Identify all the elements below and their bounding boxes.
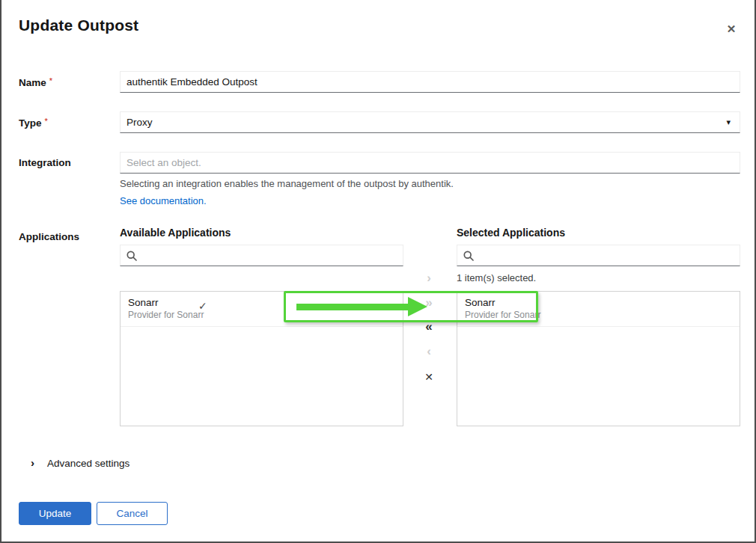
search-icon: [463, 251, 474, 261]
update-outpost-modal: Update Outpost ✕ Name* Type* Proxy ▾ Int…: [0, 0, 756, 543]
available-search-input[interactable]: [142, 250, 397, 261]
type-label-text: Type: [19, 117, 42, 129]
name-label-text: Name: [19, 77, 46, 88]
type-label: Type*: [19, 117, 48, 129]
move-all-right-button[interactable]: »: [418, 294, 439, 312]
list-item[interactable]: Sonarr Provider for Sonarr: [457, 292, 740, 327]
selected-applications-list: Sonarr Provider for Sonarr: [457, 291, 740, 426]
name-label: Name*: [19, 76, 52, 88]
app-title: Sonarr: [128, 296, 395, 309]
selected-count-status: 1 item(s) selected.: [457, 272, 536, 283]
integration-helper-text: Selecting an integration enables the man…: [120, 178, 454, 189]
type-select[interactable]: Proxy ▾: [120, 111, 740, 133]
integration-field[interactable]: [120, 152, 740, 174]
type-select-value: Proxy: [126, 117, 153, 128]
selected-search-box: [457, 245, 740, 266]
chevron-right-icon: ›: [31, 456, 34, 470]
required-asterisk: *: [45, 117, 48, 126]
selected-applications-header: Selected Applications: [457, 227, 565, 239]
applications-label: Applications: [19, 231, 79, 242]
available-applications-header: Available Applications: [120, 227, 231, 239]
integration-label: Integration: [19, 157, 71, 168]
required-asterisk: *: [49, 76, 52, 85]
advanced-settings-label: Advanced settings: [47, 458, 129, 469]
modal-title: Update Outpost: [19, 16, 138, 34]
app-subtitle: Provider for Sonarr: [465, 309, 732, 321]
cancel-button[interactable]: Cancel: [97, 502, 168, 525]
clear-selection-icon[interactable]: ✕: [418, 368, 439, 386]
list-item[interactable]: Sonarr Provider for Sonarr ✓: [121, 292, 403, 327]
move-selected-right-button[interactable]: ›: [418, 269, 439, 287]
selected-search-input[interactable]: [479, 250, 734, 261]
available-search-box: [120, 245, 403, 266]
move-all-left-button[interactable]: «: [418, 318, 439, 336]
name-field[interactable]: [120, 71, 740, 93]
chevron-down-icon: ▾: [726, 117, 731, 127]
app-subtitle: Provider for Sonarr: [128, 309, 395, 321]
update-button[interactable]: Update: [19, 502, 91, 525]
app-title: Sonarr: [465, 296, 732, 309]
close-icon[interactable]: ✕: [722, 19, 741, 39]
move-selected-left-button[interactable]: ‹: [418, 343, 439, 361]
available-applications-list: Sonarr Provider for Sonarr ✓: [120, 291, 403, 426]
advanced-settings-toggle[interactable]: › Advanced settings: [31, 456, 129, 470]
check-icon: ✓: [198, 300, 207, 312]
search-icon: [126, 251, 137, 261]
see-documentation-link[interactable]: See documentation.: [120, 195, 207, 206]
